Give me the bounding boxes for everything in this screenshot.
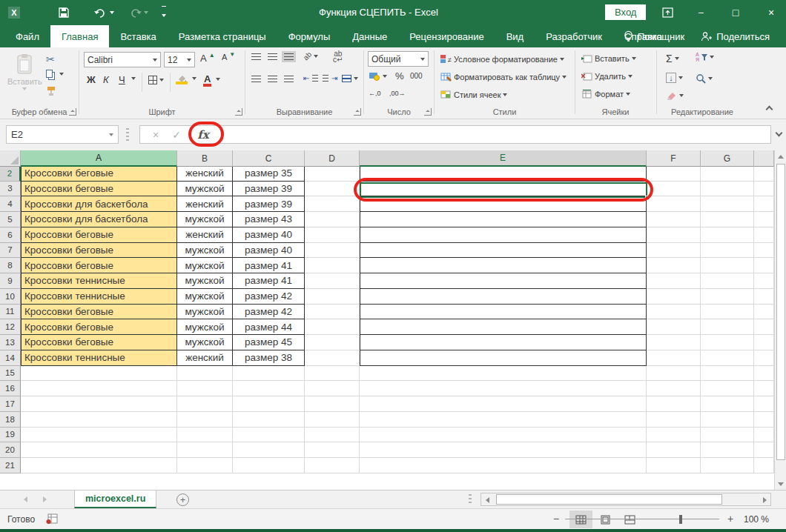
font-color-icon[interactable]: А xyxy=(204,73,220,84)
cell-E2[interactable] xyxy=(360,166,647,182)
cell-B7[interactable]: мужской xyxy=(177,243,233,259)
cell-A10[interactable]: Кроссовки теннисные xyxy=(21,289,177,305)
number-dialog-launcher[interactable] xyxy=(424,108,432,116)
cell-A21[interactable] xyxy=(21,458,177,473)
cell-styles-button[interactable]: Стили ячеек xyxy=(440,90,507,99)
horizontal-scrollbar[interactable] xyxy=(480,493,771,506)
format-cells-button[interactable]: Формат xyxy=(581,90,630,99)
row-header-5[interactable]: 5 xyxy=(0,212,21,227)
cell-filler7[interactable] xyxy=(754,243,774,259)
cell-filler5[interactable] xyxy=(754,212,774,227)
cell-C15[interactable] xyxy=(233,366,305,382)
cell-C3[interactable]: размер 39 xyxy=(233,182,305,197)
cell-A3[interactable]: Кроссовки беговые xyxy=(21,182,177,197)
cell-A7[interactable]: Кроссовки беговые xyxy=(21,243,177,259)
cell-F18[interactable] xyxy=(647,412,701,428)
cell-A11[interactable]: Кроссовки беговые xyxy=(21,305,177,320)
shrink-font-icon[interactable]: A▼ xyxy=(222,53,235,61)
cell-D13[interactable] xyxy=(305,335,360,350)
cell-A15[interactable] xyxy=(21,366,177,382)
close-button[interactable]: × xyxy=(756,0,786,25)
cell-E14[interactable] xyxy=(360,350,647,366)
cell-E5[interactable] xyxy=(360,212,647,227)
cell-E8[interactable] xyxy=(360,258,647,273)
share-tab[interactable]: Поделиться xyxy=(701,31,770,42)
page-layout-view-button[interactable] xyxy=(594,511,617,528)
cell-B18[interactable] xyxy=(177,412,233,428)
cell-C9[interactable]: размер 41 xyxy=(233,273,305,289)
cell-E12[interactable] xyxy=(360,319,647,335)
cell-F6[interactable] xyxy=(647,227,701,243)
cell-F20[interactable] xyxy=(647,442,701,458)
cell-G10[interactable] xyxy=(701,289,754,305)
cell-E9[interactable] xyxy=(360,273,647,289)
cell-C17[interactable] xyxy=(233,396,305,412)
cell-G9[interactable] xyxy=(701,273,754,289)
cell-C7[interactable]: размер 40 xyxy=(233,243,305,259)
spreadsheet-grid[interactable]: ABCDEFG 1НаименованиеПолРазмерНовое наим… xyxy=(0,150,774,490)
cell-D20[interactable] xyxy=(305,442,360,458)
cell-D6[interactable] xyxy=(305,227,360,243)
cell-E18[interactable] xyxy=(360,412,647,428)
cell-A9[interactable]: Кроссовки теннисные xyxy=(21,273,177,289)
cell-D14[interactable] xyxy=(305,350,360,366)
cell-A4[interactable]: Кроссовки для баскетбола xyxy=(21,196,177,212)
clear-icon[interactable] xyxy=(666,91,684,100)
format-painter-icon[interactable] xyxy=(46,86,56,96)
cell-E21[interactable] xyxy=(360,458,647,473)
cell-A2[interactable]: Кроссовки беговые xyxy=(21,166,177,182)
cell-F9[interactable] xyxy=(647,273,701,289)
tab-Формулы[interactable]: Формулы xyxy=(277,25,342,47)
bold-button[interactable]: Ж xyxy=(87,74,96,85)
cell-G3[interactable] xyxy=(701,182,754,197)
collapse-ribbon-icon[interactable] xyxy=(767,104,772,112)
row-header-11[interactable]: 11 xyxy=(0,305,21,320)
row-header-19[interactable]: 19 xyxy=(0,428,21,443)
zoom-level-label[interactable]: 100 % xyxy=(744,514,769,525)
tab-Разработчик[interactable]: Разработчик xyxy=(535,25,613,47)
merge-center-icon[interactable] xyxy=(342,75,358,82)
cell-C8[interactable]: размер 41 xyxy=(233,258,305,273)
cell-F4[interactable] xyxy=(647,196,701,212)
cell-filler3[interactable] xyxy=(754,182,774,197)
sheet-tab-active[interactable]: microexcel.ru xyxy=(74,491,156,508)
cell-C4[interactable]: размер 39 xyxy=(233,196,305,212)
cell-A6[interactable]: Кроссовки беговые xyxy=(21,227,177,243)
cell-C12[interactable]: размер 44 xyxy=(233,319,305,335)
underline-dropdown[interactable] xyxy=(131,77,136,80)
cell-C14[interactable]: размер 38 xyxy=(233,350,305,366)
cell-G16[interactable] xyxy=(701,381,754,396)
column-header-A[interactable]: A xyxy=(21,150,177,167)
cell-G5[interactable] xyxy=(701,212,754,227)
cell-F13[interactable] xyxy=(647,335,701,350)
cell-D2[interactable] xyxy=(305,166,360,182)
cell-A12[interactable]: Кроссовки беговые xyxy=(21,319,177,335)
tab-Разметка страницы[interactable]: Разметка страницы xyxy=(168,25,277,47)
align-center-icon[interactable] xyxy=(268,76,277,82)
cell-C20[interactable] xyxy=(233,442,305,458)
insert-cells-button[interactable]: Вставить xyxy=(581,54,636,63)
cell-C11[interactable]: размер 42 xyxy=(233,305,305,320)
row-header-2[interactable]: 2 xyxy=(0,166,21,182)
italic-button[interactable]: К xyxy=(103,74,109,85)
cell-E20[interactable] xyxy=(360,442,647,458)
name-box[interactable]: E2 xyxy=(6,125,119,144)
cell-B10[interactable]: мужской xyxy=(177,289,233,305)
cell-B9[interactable]: мужской xyxy=(177,273,233,289)
font-size-combo[interactable]: 12 xyxy=(164,52,195,67)
cell-A20[interactable] xyxy=(21,442,177,458)
page-break-view-button[interactable] xyxy=(618,511,641,528)
cell-A5[interactable]: Кроссовки для баскетбола xyxy=(21,212,177,227)
tab-Вид[interactable]: Вид xyxy=(495,25,535,47)
cell-C2[interactable]: размер 35 xyxy=(233,166,305,182)
cell-filler13[interactable] xyxy=(754,335,774,350)
cell-C5[interactable]: размер 43 xyxy=(233,212,305,227)
select-all-corner[interactable] xyxy=(0,150,21,167)
cell-D16[interactable] xyxy=(305,381,360,396)
cell-F17[interactable] xyxy=(647,396,701,412)
cell-filler4[interactable] xyxy=(754,196,774,212)
cell-B15[interactable] xyxy=(177,366,233,382)
cell-G11[interactable] xyxy=(701,305,754,320)
row-header-7[interactable]: 7 xyxy=(0,243,21,259)
column-header-F[interactable]: F xyxy=(647,150,701,167)
